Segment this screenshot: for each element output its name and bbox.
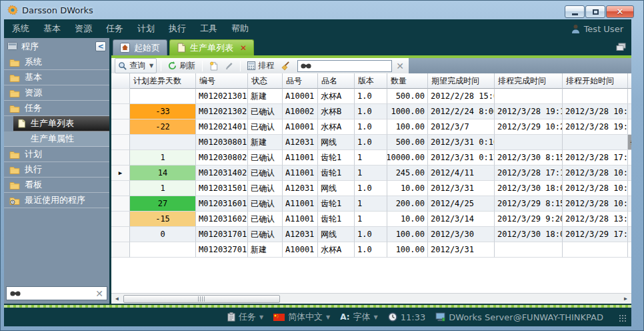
cell-extra[interactable] [628, 242, 631, 258]
cell-sched_start[interactable]: 2012/3/28 10:52 [563, 181, 628, 196]
column-header-4[interactable]: 品名 [318, 73, 355, 89]
cell-status[interactable]: 已确认 [248, 212, 283, 227]
column-header-9[interactable]: 排程开始时间 [563, 73, 628, 89]
tab-production-order-list[interactable]: 生产单列表 ✕ [169, 39, 254, 55]
cell-sched_start[interactable]: 2012/3/28 19:10 [563, 119, 628, 135]
cell-status[interactable]: 已确认 [248, 227, 283, 242]
cell-item[interactable]: A10002 [283, 104, 318, 119]
status-language-menu[interactable]: 简体中文 ▼ [273, 311, 330, 323]
cell-item[interactable]: A11001 [283, 212, 318, 227]
refresh-button[interactable]: 刷新 [165, 59, 198, 73]
cell-item[interactable]: A11001 [283, 196, 318, 212]
cell-code[interactable]: M012031701 [196, 227, 248, 242]
menu-item-4[interactable]: 计划 [137, 23, 155, 35]
schedule-button[interactable]: 排程 [245, 59, 277, 73]
cell-code[interactable]: M012030802 [196, 150, 248, 166]
column-header-0[interactable]: 计划差异天数 [130, 73, 196, 89]
cell-ver[interactable]: 1.0 [355, 227, 387, 242]
cell-diff[interactable] [130, 89, 196, 104]
cell-sched_start[interactable] [563, 89, 628, 104]
cell-ver[interactable]: 1.0 [355, 135, 387, 150]
cell-sched_end[interactable]: 2012/3/29 9:20 [495, 212, 563, 227]
scroll-left-icon[interactable]: ◀ [112, 296, 122, 302]
cell-diff[interactable]: -15 [130, 212, 196, 227]
cell-ver[interactable]: 1 [355, 150, 387, 166]
maximize-button[interactable] [585, 5, 605, 18]
cell-ver[interactable]: 1.0 [355, 242, 387, 258]
table-row[interactable]: -15M012031602已确认A11001齿轮1110.002012/3/14… [111, 212, 631, 227]
cell-sched_start[interactable] [563, 242, 628, 258]
column-header-3[interactable]: 品号 [283, 73, 318, 89]
cell-expect[interactable]: 2012/4/11 [428, 166, 495, 181]
cell-ver[interactable]: 1.0 [355, 104, 387, 119]
cell-status[interactable]: 已确认 [248, 150, 283, 166]
cell-sched_end[interactable] [495, 135, 563, 150]
cell-name[interactable]: 齿轮1 [318, 150, 355, 166]
query-dropdown-icon[interactable]: ▼ [149, 63, 153, 69]
row-selector-cell[interactable] [111, 135, 130, 150]
cell-qty[interactable]: 500.00 [387, 89, 428, 104]
sidebar-item-任务[interactable]: 任务 [4, 101, 109, 116]
sidebar-item-最近使用的程序[interactable]: 最近使用的程序 [4, 193, 109, 208]
cell-item[interactable]: A12031 [283, 135, 318, 150]
cell-sched_end[interactable] [495, 242, 563, 258]
column-header-6[interactable]: 数量 [387, 73, 428, 89]
column-header-1[interactable]: 编号 [196, 73, 248, 89]
cell-extra[interactable] [628, 89, 631, 104]
cell-diff[interactable]: 14 [130, 166, 196, 181]
sidebar-item-基本[interactable]: 基本 [4, 70, 109, 85]
cell-name[interactable]: 水杯A [318, 242, 355, 258]
cell-qty[interactable]: 1000.00 [387, 104, 428, 119]
cell-item[interactable]: A12031 [283, 227, 318, 242]
row-selector-cell[interactable] [111, 89, 130, 104]
cell-sched_end[interactable]: 2012/3/28 17:13 [495, 166, 563, 181]
cell-diff[interactable]: 0 [130, 227, 196, 242]
cell-item[interactable]: A12031 [283, 181, 318, 196]
cell-code[interactable]: M012030801 [196, 135, 248, 150]
column-header-2[interactable]: 状态 [248, 73, 283, 89]
cell-qty[interactable]: 100.00 [387, 227, 428, 242]
cell-name[interactable]: 水杯A [318, 119, 355, 135]
cell-name[interactable]: 齿轮1 [318, 212, 355, 227]
cell-status[interactable]: 已确认 [248, 181, 283, 196]
cell-expect[interactable]: 2012/2/24 8:00 [428, 104, 495, 119]
sidebar-item-看板[interactable]: 看板 [4, 178, 109, 193]
cell-sched_start[interactable]: 2012/3/28 17:13 [563, 150, 628, 166]
cell-sched_end[interactable]: 2012/3/30 18:00 [495, 181, 563, 196]
row-selector-cell[interactable] [111, 242, 130, 258]
menu-item-0[interactable]: 系统 [12, 23, 29, 35]
cell-sched_start[interactable]: 2012/3/28 10:52 [563, 104, 628, 119]
cell-extra[interactable] [628, 212, 631, 227]
cell-status[interactable]: 新建 [248, 89, 283, 104]
cell-ver[interactable]: 1 [355, 166, 387, 181]
tab-close-icon[interactable]: ✕ [240, 43, 247, 53]
cell-diff[interactable]: 27 [130, 196, 196, 212]
row-selector-cell[interactable] [111, 212, 130, 227]
table-row[interactable]: M012032701新建A10001水杯A1.0100.002012/3/31 [111, 242, 631, 258]
sidebar-item-系统[interactable]: 系统 [4, 55, 109, 70]
cell-sched_end[interactable]: 2012/3/29 8:15 [495, 196, 563, 212]
sidebar-item-资源[interactable]: 资源 [4, 85, 109, 101]
cell-qty[interactable]: 500.00 [387, 135, 428, 150]
toolbar-search-input[interactable] [313, 61, 389, 71]
cell-diff[interactable]: -33 [130, 104, 196, 119]
cell-qty[interactable]: 200.00 [387, 196, 428, 212]
cell-ver[interactable]: 1.0 [355, 89, 387, 104]
sidebar-search-clear-icon[interactable]: ✕ [95, 289, 103, 298]
query-button[interactable]: 查询 ▼ [115, 58, 157, 73]
cell-code[interactable]: M012021301 [196, 89, 248, 104]
cell-qty[interactable]: 10000.00 [387, 150, 428, 166]
cell-expect[interactable]: 2012/3/30 [428, 227, 495, 242]
table-row[interactable]: M012021301新建A10001水杯A1.0500.002012/2/28 … [111, 89, 631, 104]
cell-name[interactable]: 网线 [318, 181, 355, 196]
column-header-7[interactable]: 期望完成时间 [428, 73, 495, 89]
table-row[interactable]: ▶14M012031402已确认A11001齿轮11245.002012/4/1… [111, 166, 631, 181]
cell-expect[interactable]: 2012/2/28 15:00 [428, 89, 495, 104]
table-row[interactable]: -22M012021401已确认A10001水杯A1.0100.002012/3… [111, 119, 631, 135]
cell-ver[interactable]: 1.0 [355, 119, 387, 135]
cell-code[interactable]: M012031501 [196, 181, 248, 196]
cell-item[interactable]: A11001 [283, 150, 318, 166]
sidebar-item-执行[interactable]: 执行 [4, 162, 109, 178]
minimize-button[interactable] [565, 5, 585, 18]
cell-name[interactable]: 网线 [318, 135, 355, 150]
